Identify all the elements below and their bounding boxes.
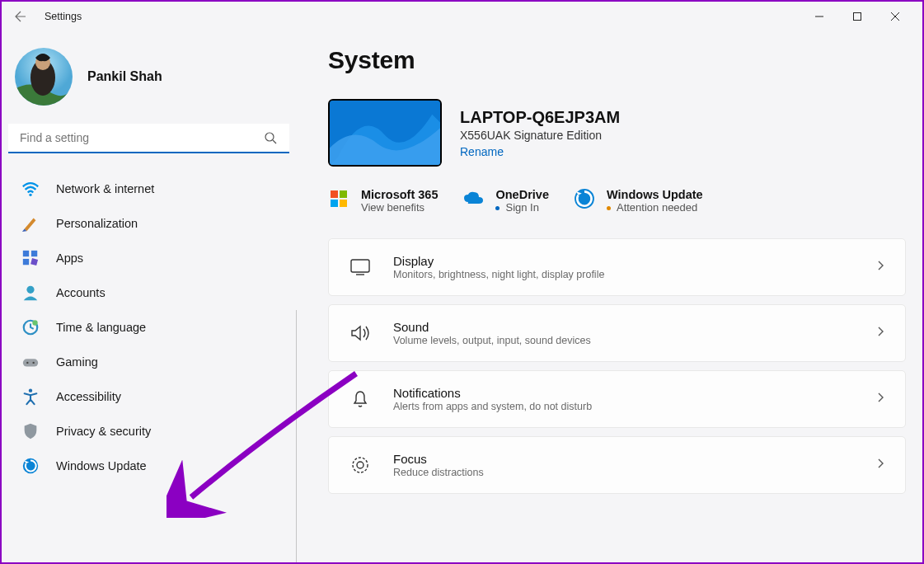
svg-point-30 [353, 458, 368, 472]
user-name: Pankil Shah [87, 69, 162, 84]
minimize-button[interactable] [800, 4, 838, 29]
promo-sub: Sign In [495, 201, 548, 214]
onedrive-icon [462, 188, 484, 209]
sidebar-item-gaming[interactable]: Gaming [8, 345, 293, 379]
svg-rect-23 [331, 190, 338, 198]
promo-onedrive[interactable]: OneDriveSign In [462, 188, 548, 214]
device-thumbnail [328, 99, 442, 167]
window-title: Settings [45, 11, 82, 22]
card-focus[interactable]: FocusReduce distractions [328, 436, 906, 494]
sidebar-item-network[interactable]: Network & internet [8, 172, 293, 206]
svg-rect-28 [351, 260, 369, 272]
sidebar-item-time-language[interactable]: Time & language [8, 310, 293, 345]
sidebar-item-apps[interactable]: Apps [8, 241, 293, 275]
rename-link[interactable]: Rename [460, 145, 620, 158]
svg-rect-26 [340, 200, 347, 207]
wifi-icon [21, 180, 40, 198]
profile[interactable]: Pankil Shah [8, 31, 293, 124]
nav-label: Network & internet [56, 182, 154, 195]
main: System LAPTOP-Q6EJP3AM X556UAK Signature… [300, 31, 922, 564]
bell-icon [349, 388, 372, 411]
chevron-right-icon [875, 392, 885, 407]
status-bullet [495, 206, 500, 210]
svg-point-19 [32, 362, 34, 364]
person-icon [21, 284, 40, 302]
maximize-button[interactable] [838, 4, 876, 29]
sidebar-item-windows-update[interactable]: Windows Update [8, 449, 293, 483]
svg-point-16 [32, 320, 37, 325]
card-display[interactable]: DisplayMonitors, brightness, night light… [328, 238, 906, 296]
promo-title: OneDrive [495, 188, 548, 201]
search-icon [264, 131, 277, 144]
nav-label: Time & language [56, 321, 146, 334]
nav-label: Apps [56, 251, 83, 265]
search-input[interactable] [8, 124, 289, 153]
page-title: System [328, 46, 906, 74]
nav-label: Windows Update [56, 459, 147, 472]
sidebar-item-accounts[interactable]: Accounts [8, 275, 293, 310]
sidebar-item-accessibility[interactable]: Accessibility [8, 379, 293, 414]
divider [296, 310, 297, 564]
card-title: Notifications [393, 386, 854, 400]
svg-rect-1 [854, 13, 861, 21]
svg-line-8 [273, 140, 276, 143]
promo-sub: Attention needed [607, 201, 703, 214]
focus-icon [349, 454, 372, 477]
nav: Network & internet Personalization Apps … [8, 172, 293, 483]
card-notifications[interactable]: NotificationsAlerts from apps and system… [328, 370, 906, 428]
card-sub: Reduce distractions [393, 467, 854, 478]
display-icon [349, 256, 372, 279]
device-summary: LAPTOP-Q6EJP3AM X556UAK Signature Editio… [328, 99, 906, 167]
sidebar-item-personalization[interactable]: Personalization [8, 206, 293, 241]
close-button[interactable] [876, 4, 914, 29]
promo-title: Windows Update [607, 188, 703, 201]
nav-label: Personalization [56, 217, 138, 230]
nav-label: Privacy & security [56, 425, 151, 438]
accessibility-icon [21, 388, 40, 406]
svg-rect-12 [23, 259, 29, 265]
svg-point-7 [265, 133, 274, 141]
nav-label: Accounts [56, 286, 106, 299]
svg-rect-24 [340, 190, 347, 198]
avatar [15, 48, 73, 106]
sidebar: Pankil Shah Network & internet Personali… [2, 31, 300, 564]
svg-point-18 [26, 362, 28, 364]
svg-point-14 [26, 286, 34, 294]
nav-label: Gaming [56, 355, 98, 369]
svg-rect-10 [23, 251, 29, 256]
card-sound[interactable]: SoundVolume levels, output, input, sound… [328, 304, 906, 362]
svg-rect-17 [23, 359, 38, 366]
sound-icon [349, 322, 372, 345]
svg-point-31 [357, 462, 364, 468]
svg-point-9 [29, 194, 31, 196]
sidebar-item-privacy-security[interactable]: Privacy & security [8, 414, 293, 449]
promo-windows-update[interactable]: Windows UpdateAttention needed [574, 188, 703, 214]
svg-rect-13 [30, 258, 38, 266]
update-blue-icon [574, 188, 595, 209]
back-button[interactable] [10, 7, 30, 26]
clock-icon [21, 318, 40, 336]
promo-ms365[interactable]: Microsoft 365View benefits [328, 188, 438, 214]
apps-icon [21, 249, 40, 267]
card-title: Focus [393, 452, 854, 466]
device-name: LAPTOP-Q6EJP3AM [460, 108, 620, 127]
card-sub: Alerts from apps and system, do not dist… [393, 401, 854, 412]
titlebar: Settings [2, 2, 922, 31]
promo-sub: View benefits [361, 201, 438, 214]
device-model: X556UAK Signature Edition [460, 129, 620, 142]
ms365-icon [328, 188, 349, 209]
chevron-right-icon [875, 260, 885, 275]
svg-rect-11 [31, 251, 37, 256]
shield-icon [21, 422, 40, 440]
card-sub: Monitors, brightness, night light, displ… [393, 269, 854, 280]
nav-label: Accessibility [56, 390, 121, 403]
chevron-right-icon [875, 326, 885, 341]
promo-title: Microsoft 365 [361, 188, 438, 201]
status-bullet [607, 206, 611, 210]
system-list: DisplayMonitors, brightness, night light… [328, 238, 906, 494]
gamepad-icon [21, 353, 40, 371]
chevron-right-icon [875, 458, 885, 472]
update-icon [21, 457, 40, 475]
promo-row: Microsoft 365View benefits OneDriveSign … [328, 188, 906, 214]
card-sub: Volume levels, output, input, sound devi… [393, 335, 854, 346]
